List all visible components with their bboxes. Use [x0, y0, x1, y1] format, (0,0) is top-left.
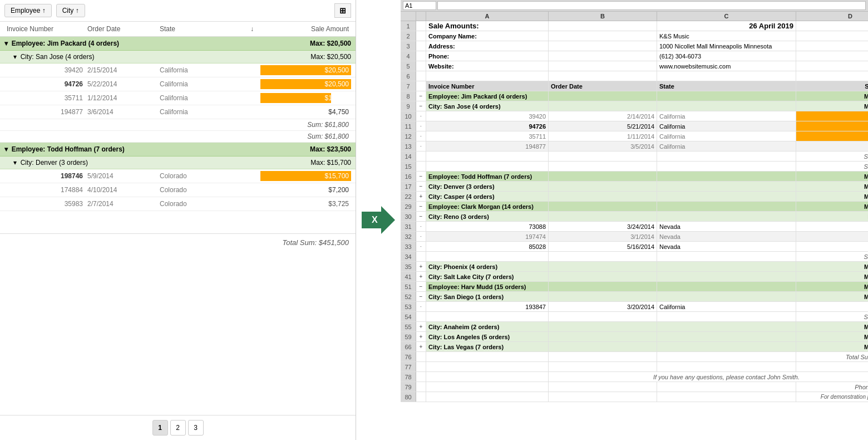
ss-row-7: 7 Invoice Number Order Date State Sale A… [401, 81, 868, 91]
col-header-indent [416, 12, 426, 21]
ss-row-1: 1 Sale Amounts: 26 April 2019 [401, 21, 868, 31]
export-arrow: X [356, 0, 401, 440]
ss-row-29: 29 − Employee: Clark Morgan (14 orders) … [401, 202, 868, 212]
export-button[interactable]: ⊞ [334, 3, 351, 18]
address-label: Address: [426, 41, 549, 51]
phone-label: Phone: [426, 51, 549, 61]
ss-row-51: 51 − Employee: Harv Mudd (15 orders) Max… [401, 282, 868, 292]
ss-row-13: 13 · 194877 3/5/2014 California 4750 [401, 141, 868, 151]
company-name-label: Company Name: [426, 31, 549, 41]
ss-row-3: 3 Address: 1000 Nicollet Mall Minneapoli… [401, 41, 868, 51]
svg-marker-0 [362, 206, 395, 234]
ss-row-22: 22 + City: Casper (4 orders) Max: $23,50… [401, 192, 868, 202]
page-3-button[interactable]: 3 [188, 420, 204, 436]
ss-row-5: 5 Website: www.nowebsitemusic.com [401, 61, 868, 71]
ss-row-30: 30 − City: Reno (3 orders) Max: $8,600 [401, 212, 868, 222]
spreadsheet: A B C D 1 Sale Amounts: 26 April 2019 2 … [401, 12, 868, 440]
ss-row-41: 41 + City: Salt Lake City (7 orders) Max… [401, 272, 868, 282]
pagination: 1 2 3 [0, 415, 356, 440]
ss-row-6: 6 [401, 71, 868, 81]
ss-col-invoice: Invoice Number [426, 81, 549, 91]
cell-reference[interactable] [403, 1, 436, 10]
company-name-value: K&S Music [657, 31, 796, 41]
table-row: 35711 1/12/2014 California $16,050 [0, 91, 356, 105]
ss-row-10: 10 · 39420 2/14/2014 California 20500 [401, 111, 868, 121]
ss-row-17: 17 − City: Denver (3 orders) Max: $15,70… [401, 182, 868, 192]
ss-col-amount: Sale Amount [796, 81, 868, 91]
table-row: 194877 3/6/2014 California $4,750 [0, 105, 356, 119]
ss-row-8: 8 − Employee: Jim Packard (4 orders) Max… [401, 91, 868, 101]
col-header-b: B [549, 12, 657, 21]
ss-col-state: State [657, 81, 796, 91]
city-denver-max: Max: $15,700 [310, 159, 351, 167]
ss-row-78: 78 If you have any questions, please con… [401, 372, 868, 382]
ss-row-52: 52 − City: San Diego (1 orders) Max: $14… [401, 292, 868, 302]
formula-bar [401, 0, 868, 12]
ss-col-date: Order Date [549, 81, 657, 91]
col-header-sort: ↓ [244, 24, 260, 34]
table-row: 94726 5/22/2014 California $20,500 [0, 77, 356, 91]
employee-row-jim: ▾ Employee: Jim Packard (4 orders) Max: … [0, 37, 356, 51]
employee-sum-row: Sum: $61,800 [0, 131, 356, 143]
table-row: 39420 2/15/2014 California $20,500 [0, 63, 356, 77]
phone-value: (612) 304-6073 [657, 51, 796, 61]
ss-row-15: 15 Sum: $61,800 [401, 162, 868, 172]
ss-row-66: 66 + City: Las Vegas (7 orders) Max: $23… [401, 342, 868, 352]
col-header-a: A [426, 12, 549, 21]
ss-row-12: 12 · 35711 1/11/2014 California 16050 [401, 131, 868, 141]
ss-row-79: 79 Phone: +111-111 [401, 382, 868, 392]
total-sum-row: Total Sum: $451,500 [0, 233, 356, 251]
page-2-button[interactable]: 2 [170, 420, 186, 436]
ss-row-2: 2 Company Name: K&S Music [401, 31, 868, 41]
city-sanjose-label: ▾ City: San Jose (4 orders) [13, 53, 310, 61]
address-value: 1000 Nicollet Mall Minneapolis Minnesota [657, 41, 796, 51]
table-row: 35983 2/7/2014 Colorado $3,725 [0, 197, 356, 211]
city-row-sanjose: ▾ City: San Jose (4 orders) Max: $20,500 [0, 51, 356, 63]
ss-row-54: 54 Sum: $14,100 [401, 312, 868, 322]
spreadsheet-col-headers: A B C D [401, 12, 868, 21]
ss-row-31: 31 · 73088 3/24/2014 Nevada 8600 [401, 222, 868, 232]
sale-amounts-label: Sale Amounts: [426, 21, 549, 31]
column-headers: Invoice Number Order Date State ↓ Sale A… [0, 22, 356, 37]
left-panel: Employee ↑ City ↑ ⊞ Invoice Number Order… [0, 0, 356, 440]
col-header-rownum [401, 12, 416, 21]
ss-row-53: 53 · 193847 3/20/2014 California 14100 [401, 302, 868, 312]
col-header-c: C [657, 12, 796, 21]
col-header-date: Order Date [85, 24, 157, 34]
employee-jim-label: ▾ Employee: Jim Packard (4 orders) [4, 40, 310, 47]
ss-row-77: 77 [401, 362, 868, 372]
ss-row-14: 14 Sum: $61,800 [401, 151, 868, 162]
ss-row-4: 4 Phone: (612) 304-6073 [401, 51, 868, 61]
svg-text:X: X [372, 215, 378, 224]
ss-row-32: 32 · 197474 3/1/2014 Nevada 6400 [401, 232, 868, 242]
table-row: 174884 4/10/2014 Colorado $7,200 [0, 183, 356, 197]
ss-row-55: 55 + City: Anaheim (2 orders) Max: $14,2… [401, 322, 868, 332]
ss-row-35: 35 + City: Phoenix (4 orders) Max: $11,0… [401, 262, 868, 272]
ss-row-80: 80 For demonstration purposes only [401, 392, 868, 402]
left-header: Employee ↑ City ↑ ⊞ [0, 0, 356, 22]
ss-row-16: 16 − Employee: Todd Hoffman (7 orders) M… [401, 172, 868, 182]
website-label: Website: [426, 61, 549, 71]
sort-employee-button[interactable]: Employee ↑ [4, 4, 52, 17]
ss-row-11: 11 · 94726 5/21/2014 California 20500 [401, 121, 868, 131]
city-denver-label: ▾ City: Denver (3 orders) [13, 159, 310, 167]
col-header-invoice: Invoice Number [4, 24, 85, 34]
ss-row-34: 34 Sum: $17,575 [401, 252, 868, 262]
employee-jim-max: Max: $20,500 [310, 40, 351, 47]
col-header-state: State [157, 24, 244, 34]
sort-city-button[interactable]: City ↑ [56, 4, 85, 17]
employee-todd-max: Max: $23,500 [310, 145, 351, 153]
website-value: www.nowebsitemusic.com [657, 61, 796, 71]
table-row: 198746 5/9/2014 Colorado $15,700 [0, 169, 356, 183]
formula-input[interactable] [437, 1, 866, 10]
ss-row-76: 76 Total Sum: $451,500 [401, 352, 868, 362]
export-icon: ⊞ [339, 6, 346, 15]
right-panel: A B C D 1 Sale Amounts: 26 April 2019 2 … [401, 0, 868, 440]
ss-row-9: 9 − City: San Jose (4 orders) Max: $20,5… [401, 101, 868, 111]
employee-row-todd: ▾ Employee: Todd Hoffman (7 orders) Max:… [0, 143, 356, 157]
report-date: 26 April 2019 [657, 21, 796, 31]
city-sanjose-max: Max: $20,500 [310, 53, 351, 61]
employee-todd-label: ▾ Employee: Todd Hoffman (7 orders) [4, 145, 310, 153]
page-1-button[interactable]: 1 [152, 420, 168, 436]
table-body: ▾ Employee: Jim Packard (4 orders) Max: … [0, 37, 356, 415]
